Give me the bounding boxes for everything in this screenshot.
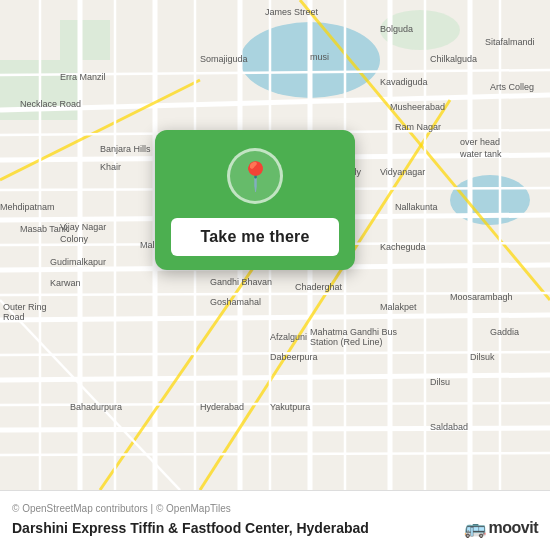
road-label-nallakunta: Nallakunta [395, 202, 438, 212]
road-label-chilkalguda: Chilkalguda [430, 54, 477, 64]
road-label-saldabad: Saldabad [430, 422, 468, 432]
location-name: Darshini Express Tiffin & Fastfood Cente… [12, 520, 369, 536]
road-label-afzalguni: Afzalguni [270, 332, 307, 342]
road-label-khairtabad: Khair [100, 162, 121, 172]
road-label-karwan: Karwan [50, 278, 81, 288]
road-label-watertank: water tank [459, 149, 502, 159]
road-label-road: Road [3, 312, 25, 322]
road-label-dilsuk: Dilsuk [470, 352, 495, 362]
moovit-logo: 🚌 moovit [464, 517, 538, 539]
road-label-station: Station (Red Line) [310, 337, 383, 347]
road-label-mahatma: Mahatma Gandhi Bus [310, 327, 398, 337]
road-label-bolguda: Bolguda [380, 24, 413, 34]
road-label-james: James Street [265, 7, 319, 17]
road-label-gaddia: Gaddia [490, 327, 519, 337]
road-label-outerring: Outer Ring [3, 302, 47, 312]
road-label-vijay: Vijay Nagar [60, 222, 106, 232]
road-label-gandhibhavan: Gandhi Bhavan [210, 277, 272, 287]
road-label-musi: musi [310, 52, 329, 62]
road-label-overhead: over head [460, 137, 500, 147]
bottom-bar: © OpenStreetMap contributors | © OpenMap… [0, 490, 550, 550]
road-label-kavadi: Kavadiguda [380, 77, 428, 87]
map-attribution: © OpenStreetMap contributors | © OpenMap… [12, 503, 538, 514]
svg-rect-2 [60, 20, 110, 60]
road-label-goshamahal: Goshamahal [210, 297, 261, 307]
road-label-moosarambagh: Moosarambagh [450, 292, 513, 302]
road-label-necklace: Necklace Road [20, 99, 81, 109]
location-card: 📍 Take me there [155, 130, 355, 270]
road-label-chader: Chaderghat [295, 282, 343, 292]
road-label-vidyanagar: Vidyanagar [380, 167, 425, 177]
location-icon-circle: 📍 [227, 148, 283, 204]
take-me-there-button[interactable]: Take me there [171, 218, 339, 256]
moovit-bus-icon: 🚌 [464, 517, 486, 539]
road-label-bahadurpura: Bahadurpura [70, 402, 122, 412]
road-label-erraman: Erra Manzil [60, 72, 106, 82]
road-label-yakutpura: Yakutpura [270, 402, 310, 412]
road-label-dabeerpura: Dabeerpura [270, 352, 318, 362]
road-label-kacheguda: Kacheguda [380, 242, 426, 252]
road-label-mehdipatnam: Mehdipatnam [0, 202, 55, 212]
road-label-musheerabad: Musheerabad [390, 102, 445, 112]
moovit-brand-text: moovit [489, 519, 538, 537]
road-label-banjara: Banjara Hills [100, 144, 151, 154]
road-label-artscollege: Arts Colleg [490, 82, 534, 92]
road-label-somajiguda: Somajiguda [200, 54, 248, 64]
road-label-dilsu: Dilsu [430, 377, 450, 387]
road-label-gudimalkapur: Gudimalkapur [50, 257, 106, 267]
map-container: Necklace Road Banjara Hills Masab Tank K… [0, 0, 550, 490]
road-label-hyderabad: Hyderabad [200, 402, 244, 412]
pin-icon: 📍 [238, 160, 273, 193]
road-label-colony: Colony [60, 234, 89, 244]
location-name-row: Darshini Express Tiffin & Fastfood Cente… [12, 517, 538, 539]
road-label-malakpet: Malakpet [380, 302, 417, 312]
road-label-ramnagar: Ram Nagar [395, 122, 441, 132]
road-label-sitafalmandi: Sitafalmandi [485, 37, 535, 47]
